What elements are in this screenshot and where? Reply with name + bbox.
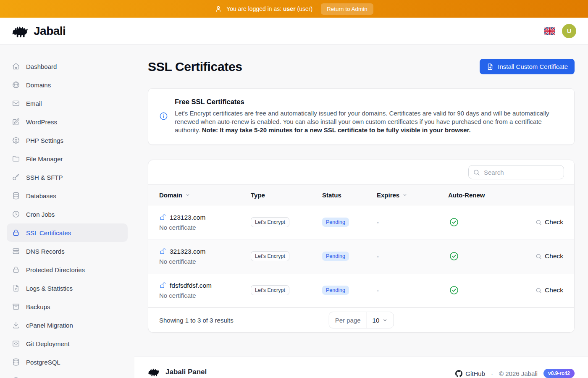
search-icon <box>473 169 480 176</box>
app-header: Jabali U <box>0 18 588 45</box>
sidebar-item-php-settings[interactable]: PHP Settings <box>7 131 128 150</box>
sidebar-item-dashboard[interactable]: Dashboard <box>7 57 128 76</box>
sidebar-item-ssl-certificates[interactable]: SSL Certificates <box>7 223 128 242</box>
sidebar-item-cpanel-migration[interactable]: cPanel Migration <box>7 316 128 334</box>
lock-open-icon <box>159 214 166 221</box>
search-input[interactable] <box>468 165 564 179</box>
database-icon <box>12 358 20 366</box>
status-badge: Pending <box>322 218 349 227</box>
sidebar-item-label: File Manager <box>26 155 63 163</box>
sidebar-item-label: cPanel Migration <box>26 322 73 329</box>
sidebar-item-cron-jobs[interactable]: Cron Jobs <box>7 205 128 223</box>
column-header-auto-renew: Auto-Renew <box>448 192 528 199</box>
status-badge: Pending <box>322 286 349 295</box>
user-avatar[interactable]: U <box>562 24 576 38</box>
brand[interactable]: Jabali <box>12 24 66 38</box>
sidebar-item-label: Git Deployment <box>26 340 69 347</box>
expires-value: - <box>377 253 448 260</box>
sidebar-item-databases[interactable]: Databases <box>7 186 128 205</box>
certificate-status-text: No certificate <box>159 292 251 299</box>
per-page-select[interactable]: Per page 10 <box>329 312 394 328</box>
sidebar-item-email[interactable]: Email <box>7 94 128 113</box>
sidebar-item-ssh-sftp[interactable]: SSH & SFTP <box>7 168 128 186</box>
sidebar-item-logs-statistics[interactable]: Logs & Statistics <box>7 279 128 297</box>
folder-icon <box>12 155 20 163</box>
sidebar-item-label: Dashboard <box>26 63 57 70</box>
domain-name[interactable]: 321323.com <box>170 248 205 255</box>
file-plus-icon <box>486 63 494 71</box>
key-icon <box>12 173 20 181</box>
chevron-down-icon <box>185 192 191 198</box>
lock-open-icon <box>159 282 166 289</box>
lock-open-icon <box>159 248 166 255</box>
sidebar-item-backups[interactable]: Backups <box>7 297 128 316</box>
sidebar-item-label: WordPress <box>26 118 57 126</box>
document-icon <box>12 284 20 292</box>
language-flag-icon[interactable] <box>544 27 555 35</box>
globe-icon <box>12 81 20 89</box>
footer-brand-name: Jabali Panel <box>165 368 207 376</box>
domain-name[interactable]: fdsfsdfdsf.com <box>170 282 212 289</box>
version-badge: v0.9-rc42 <box>543 369 575 378</box>
sidebar-item-git-deployment[interactable]: Git Deployment <box>7 334 128 353</box>
home-icon <box>12 62 20 71</box>
column-header-expires[interactable]: Expires <box>377 192 448 199</box>
table-row: 123123.com No certificate Let's Encrypt … <box>148 205 574 239</box>
info-card-body: Let's Encrypt certificates are free and … <box>175 109 563 134</box>
magnifier-icon <box>536 219 542 226</box>
info-card-title: Free SSL Certificates <box>175 98 563 106</box>
clock-icon <box>12 210 20 218</box>
results-summary: Showing 1 to 3 of 3 results <box>159 317 234 324</box>
sidebar: Dashboard Domains Email WordPress PHP Se… <box>0 45 134 378</box>
check-certificate-button[interactable]: Check <box>536 286 563 294</box>
column-header-domain[interactable]: Domain <box>148 192 251 199</box>
magnifier-icon <box>536 253 542 260</box>
sidebar-item-postgresql[interactable]: PostgreSQL <box>7 353 128 371</box>
type-badge: Let's Encrypt <box>251 217 289 227</box>
info-card-note: Note: It may take 5-20 minutes for a new… <box>202 126 471 134</box>
install-custom-certificate-button[interactable]: Install Custom Certificate <box>480 59 575 74</box>
type-badge: Let's Encrypt <box>251 285 289 295</box>
sidebar-item-domains[interactable]: Domains <box>7 76 128 94</box>
github-link[interactable]: GitHub <box>455 370 485 377</box>
footer-copyright: © 2026 Jabali <box>499 370 538 377</box>
sidebar-item-label: PostgreSQL <box>26 359 60 366</box>
auto-renew-check-icon[interactable] <box>449 217 459 227</box>
sidebar-item-label: Email <box>26 100 42 107</box>
sidebar-item-file-manager[interactable]: File Manager <box>7 150 128 168</box>
table-header-row: Domain Type Status Expires Auto-Renew <box>148 184 574 205</box>
sidebar-item-label: Cron Jobs <box>26 211 55 218</box>
pencil-icon <box>12 118 20 126</box>
auto-renew-check-icon[interactable] <box>449 251 459 261</box>
return-to-admin-button[interactable]: Return to Admin <box>321 3 373 15</box>
chevron-down-icon <box>382 317 388 323</box>
auto-renew-check-icon[interactable] <box>449 285 459 295</box>
check-certificate-button[interactable]: Check <box>536 252 563 260</box>
domain-name[interactable]: 123123.com <box>170 214 205 221</box>
status-badge: Pending <box>322 252 349 261</box>
free-ssl-info-card: Free SSL Certificates Let's Encrypt cert… <box>148 88 575 145</box>
column-header-type: Type <box>251 192 322 199</box>
sidebar-item-dns-records[interactable]: DNS Records <box>7 242 128 260</box>
chevron-down-icon <box>402 192 408 198</box>
page-title: SSL Certificates <box>148 60 242 74</box>
info-icon <box>159 112 168 121</box>
sidebar-item-partial[interactable] <box>7 371 128 378</box>
lock-icon <box>12 265 20 274</box>
gear-icon <box>12 136 20 144</box>
boar-logo-icon <box>148 367 160 377</box>
certificate-status-text: No certificate <box>159 224 251 231</box>
check-certificate-button[interactable]: Check <box>536 218 563 226</box>
type-badge: Let's Encrypt <box>251 251 289 261</box>
sidebar-item-label: Logs & Statistics <box>26 285 73 292</box>
sidebar-item-protected-directories[interactable]: Protected Directories <box>7 260 128 279</box>
expires-value: - <box>377 287 448 294</box>
circle-icon <box>12 376 20 378</box>
impersonation-banner: You are logged in as: user (user) Return… <box>0 0 588 18</box>
user-icon <box>215 5 222 13</box>
archive-icon <box>12 302 20 311</box>
sidebar-item-label: Backups <box>26 303 50 310</box>
ssl-table-card: Domain Type Status Expires Auto-Renew <box>148 160 575 333</box>
footer-separator: · <box>491 370 493 377</box>
sidebar-item-wordpress[interactable]: WordPress <box>7 113 128 131</box>
